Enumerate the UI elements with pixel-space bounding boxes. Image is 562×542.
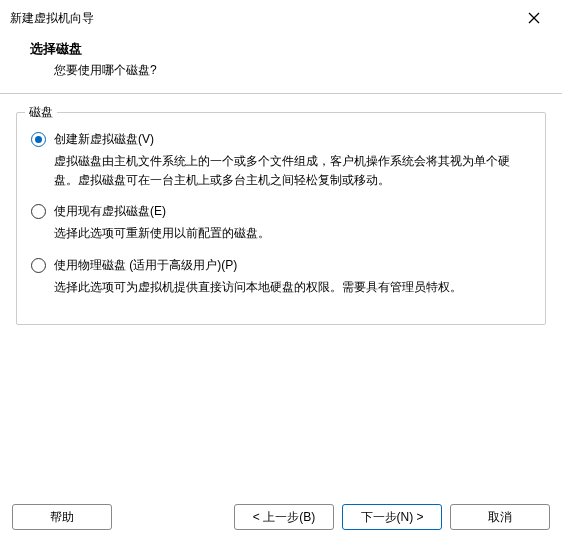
option-create-new-disk[interactable]: 创建新虚拟磁盘(V) 虚拟磁盘由主机文件系统上的一个或多个文件组成，客户机操作系…: [31, 131, 531, 189]
option-description: 选择此选项可重新使用以前配置的磁盘。: [54, 224, 531, 243]
window-title: 新建虚拟机向导: [10, 10, 94, 27]
option-label: 使用现有虚拟磁盘(E): [54, 203, 166, 220]
wizard-header: 选择磁盘 您要使用哪个磁盘?: [0, 34, 562, 93]
option-description: 选择此选项可为虚拟机提供直接访问本地硬盘的权限。需要具有管理员特权。: [54, 278, 531, 297]
radio-use-existing-disk[interactable]: [31, 204, 46, 219]
option-description: 虚拟磁盘由主机文件系统上的一个或多个文件组成，客户机操作系统会将其视为单个硬盘。…: [54, 152, 531, 189]
radio-create-new-disk[interactable]: [31, 132, 46, 147]
page-title: 选择磁盘: [30, 40, 550, 58]
close-button[interactable]: [516, 6, 552, 30]
titlebar: 新建虚拟机向导: [0, 0, 562, 34]
option-label: 使用物理磁盘 (适用于高级用户)(P): [54, 257, 237, 274]
disk-groupbox: 磁盘 创建新虚拟磁盘(V) 虚拟磁盘由主机文件系统上的一个或多个文件组成，客户机…: [16, 112, 546, 325]
option-use-physical-disk[interactable]: 使用物理磁盘 (适用于高级用户)(P) 选择此选项可为虚拟机提供直接访问本地硬盘…: [31, 257, 531, 297]
next-button[interactable]: 下一步(N) >: [342, 504, 442, 530]
option-use-existing-disk[interactable]: 使用现有虚拟磁盘(E) 选择此选项可重新使用以前配置的磁盘。: [31, 203, 531, 243]
wizard-footer: 帮助 < 上一步(B) 下一步(N) > 取消: [0, 494, 562, 542]
wizard-body: 磁盘 创建新虚拟磁盘(V) 虚拟磁盘由主机文件系统上的一个或多个文件组成，客户机…: [0, 94, 562, 494]
cancel-button[interactable]: 取消: [450, 504, 550, 530]
radio-use-physical-disk[interactable]: [31, 258, 46, 273]
help-button[interactable]: 帮助: [12, 504, 112, 530]
page-subtitle: 您要使用哪个磁盘?: [54, 62, 550, 79]
groupbox-label: 磁盘: [25, 104, 57, 121]
back-button[interactable]: < 上一步(B): [234, 504, 334, 530]
option-label: 创建新虚拟磁盘(V): [54, 131, 154, 148]
close-icon: [528, 12, 540, 24]
